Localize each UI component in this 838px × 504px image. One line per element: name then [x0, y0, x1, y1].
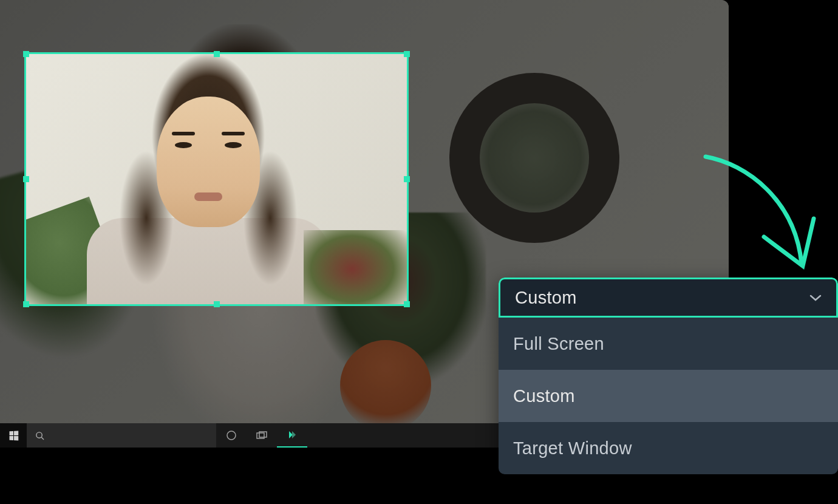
dropdown-option-full-screen[interactable]: Full Screen — [499, 318, 838, 370]
resize-handle-middle-right[interactable] — [404, 176, 410, 182]
selected-region-preview — [26, 54, 407, 304]
dropdown-options-list: Full Screen Custom Target Window — [499, 318, 838, 474]
task-view-button[interactable] — [247, 423, 277, 448]
dropdown-option-label: Full Screen — [513, 334, 604, 354]
dropdown-option-label: Target Window — [513, 438, 632, 458]
dropdown-option-label: Custom — [513, 386, 575, 406]
resize-handle-top-right[interactable] — [404, 51, 410, 57]
capture-selection-box[interactable] — [24, 52, 409, 306]
capture-mode-dropdown[interactable]: Custom Full Screen Custom Target Window — [499, 278, 838, 474]
start-button[interactable] — [0, 423, 27, 448]
cortana-button[interactable] — [216, 423, 247, 448]
svg-line-1 — [41, 437, 44, 440]
svg-point-2 — [227, 431, 236, 440]
dropdown-option-custom[interactable]: Custom — [499, 370, 838, 422]
dropdown-option-target-window[interactable]: Target Window — [499, 422, 838, 474]
resize-handle-bottom-middle[interactable] — [214, 301, 220, 307]
taskbar-app-filmora[interactable] — [277, 423, 307, 448]
resize-handle-top-left[interactable] — [23, 51, 29, 57]
task-view-icon — [256, 431, 267, 440]
resize-handle-bottom-right[interactable] — [404, 301, 410, 307]
windows-logo-icon — [9, 431, 18, 440]
resize-handle-bottom-left[interactable] — [23, 301, 29, 307]
cortana-circle-icon — [226, 430, 237, 441]
chevron-down-icon — [809, 294, 822, 301]
resize-handle-middle-left[interactable] — [23, 176, 29, 182]
dropdown-selected-value[interactable]: Custom — [499, 278, 838, 318]
resize-handle-top-middle[interactable] — [214, 51, 220, 57]
taskbar-search[interactable] — [27, 423, 216, 448]
svg-point-0 — [36, 432, 42, 437]
dropdown-selected-label: Custom — [515, 288, 577, 308]
filmora-icon — [287, 429, 298, 440]
search-icon — [35, 431, 44, 440]
